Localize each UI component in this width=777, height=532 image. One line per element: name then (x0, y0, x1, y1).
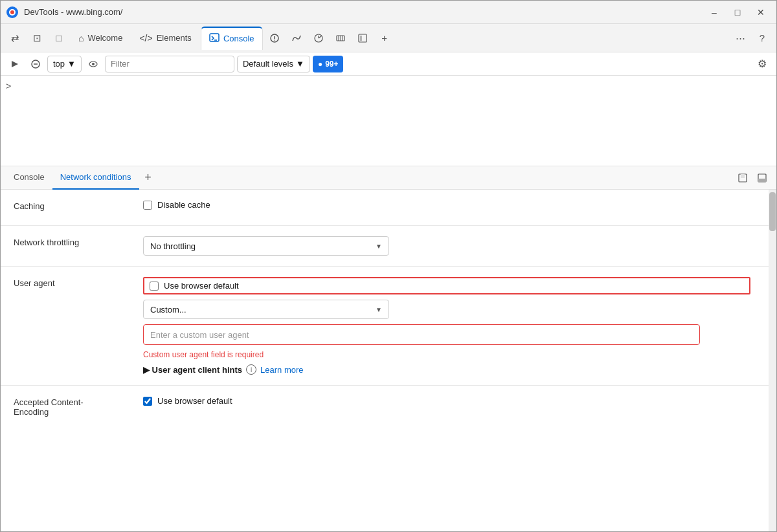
user-agent-error: Custom user agent field is required (143, 350, 750, 359)
issues-dot: ● (318, 60, 322, 69)
svg-rect-15 (359, 34, 366, 42)
svg-point-20 (92, 63, 95, 65)
svg-rect-22 (741, 174, 745, 178)
accepted-browser-default-checkbox[interactable] (143, 397, 152, 406)
hints-info-icon[interactable]: i (246, 364, 256, 375)
caching-row: Caching Disable cache (1, 190, 776, 226)
tab-bar-right: ⋯ ? (730, 28, 772, 49)
svg-rect-24 (758, 179, 766, 182)
minimize-button[interactable]: – (704, 3, 725, 21)
use-browser-default-label[interactable]: Use browser default (164, 281, 239, 291)
dock-button[interactable] (753, 169, 771, 187)
user-agent-label: User agent (14, 277, 143, 288)
toggle-screencast-icon[interactable]: ⊡ (27, 28, 47, 49)
elements-icon: </> (139, 33, 152, 43)
bottom-panel: Console Network conditions + Caching Dis… (1, 166, 776, 532)
toggle-sidebar-icon[interactable]: □ (49, 28, 69, 49)
use-browser-default-wrap: Use browser default (143, 277, 750, 294)
devtools-icon (6, 6, 19, 19)
tab-welcome-label: Welcome (87, 33, 122, 43)
user-agent-dropdown-arrow-icon: ▼ (376, 306, 382, 313)
throttling-control: No throttling ▼ (143, 236, 763, 256)
caching-label: Caching (14, 200, 143, 211)
nc-content: Caching Disable cache Network throttling… (1, 190, 776, 532)
console-chevron[interactable]: > (6, 81, 11, 91)
context-dropdown-icon: ▼ (67, 59, 76, 69)
user-agent-dropdown-value: Custom... (150, 305, 186, 315)
svg-line-9 (319, 36, 321, 38)
eye-button[interactable] (84, 55, 102, 73)
user-agent-control: Use browser default Custom... ▼ Custom u… (143, 277, 763, 375)
log-levels-label: Default levels (243, 59, 293, 69)
window-controls: – □ ✕ (704, 3, 771, 21)
undock-button[interactable] (734, 169, 752, 187)
accepted-browser-default-row: Use browser default (143, 396, 750, 406)
tab-welcome[interactable]: ⌂ Welcome (71, 27, 130, 50)
context-label: top (53, 59, 65, 69)
help-button[interactable]: ? (752, 28, 772, 49)
accepted-content-label: Accepted Content- Encoding (14, 396, 143, 417)
svg-rect-16 (360, 36, 362, 41)
accepted-content-control: Use browser default (143, 396, 763, 406)
maximize-button[interactable]: □ (727, 3, 748, 21)
console-content: > (1, 76, 776, 166)
filter-input[interactable] (105, 56, 234, 72)
add-panel-button[interactable]: + (139, 169, 157, 187)
debug-icon[interactable] (264, 28, 285, 49)
caching-control: Disable cache (143, 200, 763, 210)
accepted-browser-default-label[interactable]: Use browser default (157, 396, 232, 406)
console-toolbar: top ▼ Default levels ▼ ● 99+ ⚙ (1, 52, 776, 76)
svg-point-7 (274, 39, 275, 41)
tab-elements-label: Elements (157, 33, 192, 43)
bottom-tab-network-conditions[interactable]: Network conditions (52, 166, 139, 190)
toggle-drawer-icon[interactable]: ⇄ (5, 28, 25, 49)
use-browser-default-checkbox[interactable] (150, 282, 159, 291)
add-tab-icon[interactable]: + (374, 28, 395, 49)
log-levels-selector[interactable]: Default levels ▼ (237, 56, 310, 72)
tab-bar: ⇄ ⊡ □ ⌂ Welcome </> Elements Console + ⋯… (1, 24, 776, 52)
svg-point-2 (10, 10, 14, 14)
disable-cache-checkbox[interactable] (143, 201, 152, 210)
throttling-label: Network throttling (14, 236, 143, 247)
accepted-content-row: Accepted Content- Encoding Use browser d… (1, 386, 776, 427)
hints-row: ▶ User agent client hints i Learn more (143, 364, 750, 375)
issues-badge[interactable]: ● 99+ (313, 56, 344, 72)
custom-user-agent-input[interactable] (143, 324, 700, 345)
close-button[interactable]: ✕ (750, 3, 771, 21)
user-agent-dropdown[interactable]: Custom... ▼ (143, 300, 389, 319)
network-icon[interactable] (286, 28, 307, 49)
disable-cache-label[interactable]: Disable cache (157, 200, 210, 210)
user-agent-row: User agent Use browser default Custom...… (1, 267, 776, 386)
context-selector[interactable]: top ▼ (47, 56, 82, 72)
tab-console-label: Console (223, 34, 254, 43)
bottom-tab-console[interactable]: Console (6, 166, 52, 190)
clear-button[interactable] (27, 55, 45, 73)
welcome-icon: ⌂ (78, 33, 84, 43)
tab-console[interactable]: Console (201, 27, 263, 50)
title-bar: DevTools - www.bing.com/ – □ ✕ (1, 1, 776, 24)
bottom-tabs: Console Network conditions + (1, 166, 776, 190)
throttling-value: No throttling (150, 241, 196, 251)
throttling-arrow-icon: ▼ (376, 243, 382, 250)
tab-elements[interactable]: </> Elements (131, 27, 199, 50)
console-icon (209, 32, 220, 45)
scrollbar-thumb[interactable] (769, 192, 776, 231)
more-tools-button[interactable]: ⋯ (730, 28, 750, 49)
memory-icon[interactable] (330, 28, 351, 49)
log-levels-arrow: ▼ (296, 59, 304, 69)
settings-gear-button[interactable]: ⚙ (753, 55, 771, 73)
bottom-tabs-right (734, 169, 771, 187)
disable-cache-row: Disable cache (143, 200, 750, 210)
throttling-row: Network throttling No throttling ▼ (1, 226, 776, 267)
throttling-dropdown[interactable]: No throttling ▼ (143, 236, 389, 256)
learn-more-link[interactable]: Learn more (260, 365, 303, 375)
hints-toggle[interactable]: ▶ User agent client hints (143, 365, 242, 375)
execute-button[interactable] (6, 55, 24, 73)
scrollbar[interactable] (769, 190, 776, 532)
title-bar-left: DevTools - www.bing.com/ (6, 6, 122, 19)
application-icon[interactable] (352, 28, 373, 49)
issues-count: 99+ (325, 60, 338, 69)
window-title: DevTools - www.bing.com/ (24, 7, 122, 17)
performance-icon[interactable] (308, 28, 329, 49)
